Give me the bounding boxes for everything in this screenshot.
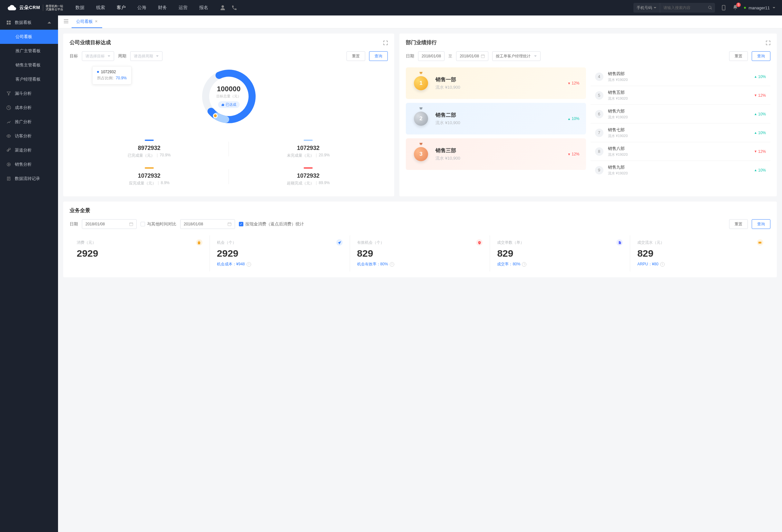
help-icon[interactable]: ? (247, 262, 251, 267)
sidebar-sub-0[interactable]: 公司看板 (0, 30, 58, 44)
sidebar-toggle[interactable] (61, 19, 72, 24)
query-button[interactable]: 查询 (752, 51, 771, 61)
nav-item-1[interactable]: 线索 (90, 0, 111, 15)
kpi-1: 机会（个）2929机会成本：¥948? (210, 235, 350, 272)
reset-button[interactable]: 重置 (729, 51, 748, 61)
expand-icon[interactable] (383, 41, 388, 45)
rank-number: 9 (595, 166, 603, 174)
kpi-label: 成交流水（元） (637, 240, 763, 245)
logo-subtitle: 教育机构一站 式服务云平台 (43, 4, 63, 11)
rank-row-4[interactable]: 4销售四部流水 ¥19020▲10% (591, 67, 771, 86)
chart-tooltip: 1072932 所占比例: 70.9% (92, 66, 132, 84)
kpi-sub: 机会成本：¥948? (217, 261, 343, 267)
search-input[interactable] (660, 5, 705, 10)
date-from[interactable]: 2018/01/08 (418, 51, 445, 61)
mobile-icon[interactable] (721, 5, 726, 11)
help-icon[interactable]: ? (660, 262, 665, 267)
kpi-4: 成交流水（元）829ARPU：¥80? (630, 235, 771, 272)
rank-number: 4 (595, 73, 603, 81)
sidebar-icon (6, 162, 11, 167)
kpi-label: 成交单数（单） (497, 240, 623, 245)
chevron-down-icon (156, 55, 159, 58)
compare-checkbox[interactable]: 与其他时间对比 (141, 221, 176, 227)
sidebar-icon (6, 119, 11, 124)
svg-point-9 (213, 114, 217, 118)
svg-rect-5 (9, 23, 11, 25)
reset-button[interactable]: 重置 (729, 219, 748, 229)
svg-rect-2 (7, 21, 8, 22)
reset-button[interactable]: 重置 (347, 51, 365, 61)
calendar-icon (481, 54, 485, 58)
medal-icon: 1 (412, 74, 430, 92)
nav-item-2[interactable]: 客户 (111, 0, 132, 15)
sidebar-item-6[interactable]: 数据流转记录 (0, 172, 58, 186)
date-label: 日期 (70, 221, 78, 227)
logo[interactable]: 云朵CRM 教育机构一站 式服务云平台 (6, 4, 63, 11)
cloud-icon (6, 4, 17, 11)
kpi-icon (336, 239, 343, 246)
help-icon[interactable]: ? (390, 262, 394, 267)
svg-rect-11 (130, 223, 133, 226)
search-type-select[interactable]: 手机号码 (633, 3, 660, 12)
nav-item-3[interactable]: 公海 (132, 0, 152, 15)
rank-number: 6 (595, 110, 603, 118)
rank-card-1[interactable]: 1销售一部流水 ¥10,900▼12% (406, 67, 586, 99)
close-icon[interactable]: ✕ (95, 19, 98, 24)
status-dot (744, 7, 746, 9)
nav-item-6[interactable]: 报名 (193, 0, 214, 15)
period-label: 周期 (118, 53, 127, 59)
rank-card-2[interactable]: 2销售二部流水 ¥10,900▲10% (406, 103, 586, 135)
sidebar-item-0[interactable]: 漏斗分析 (0, 86, 58, 101)
kpi-sub: 机会有效率：80%? (357, 261, 483, 267)
sidebar-item-1[interactable]: 成本分析 (0, 101, 58, 115)
user-menu[interactable]: manager11 (744, 5, 776, 10)
nav-item-5[interactable]: 运营 (173, 0, 193, 15)
rank-number: 8 (595, 147, 603, 156)
search-icon (708, 5, 712, 10)
sidebar-sub-3[interactable]: 客户经理看板 (0, 72, 58, 86)
compare-date[interactable]: 2018/01/08 (180, 219, 235, 229)
rank-row-5[interactable]: 5销售五部流水 ¥19020▼12% (591, 86, 771, 105)
rank-card-3[interactable]: 3销售三部流水 ¥10,900▼12% (406, 138, 586, 170)
sidebar-group-dashboard[interactable]: 数据看板 (0, 15, 58, 30)
help-icon[interactable]: ? (522, 262, 526, 267)
chevron-down-icon (653, 6, 656, 9)
sidebar-sub-1[interactable]: 推广主管看板 (0, 44, 58, 58)
rank-row-8[interactable]: 8销售八部流水 ¥19020▼12% (591, 142, 771, 161)
tab-company-dashboard[interactable]: 公司看板 ✕ (72, 16, 102, 28)
stat-mode-select[interactable]: 按工单客户经理统计 (492, 51, 540, 61)
overview-date[interactable]: 2018/01/08 (82, 219, 137, 229)
sidebar: 数据看板 公司看板推广主管看板销售主管看板客户经理看板 漏斗分析成本分析推广分析… (0, 15, 58, 282)
user-icon[interactable] (220, 5, 226, 11)
rank-row-7[interactable]: 7销售七部流水 ¥19020▲10% (591, 123, 771, 142)
expand-icon[interactable] (766, 41, 771, 45)
phone-icon[interactable] (232, 5, 237, 11)
rank-row-6[interactable]: 6销售六部流水 ¥19020▲10% (591, 105, 771, 123)
svg-rect-3 (9, 21, 11, 22)
sidebar-icon (6, 148, 11, 152)
nav-item-4[interactable]: 财务 (152, 0, 173, 15)
sidebar-item-2[interactable]: 推广分析 (0, 115, 58, 129)
target-select[interactable]: 请选择目标 (82, 51, 114, 61)
sidebar-item-3[interactable]: 访客分析 (0, 129, 58, 143)
sidebar-sub-2[interactable]: 销售主管看板 (0, 58, 58, 72)
query-button[interactable]: 查询 (752, 219, 771, 229)
period-select[interactable]: 请选择周期 (130, 51, 163, 61)
sidebar-item-4[interactable]: 渠道分析 (0, 143, 58, 157)
kpi-value: 829 (497, 248, 623, 259)
date-to[interactable]: 2018/01/08 (456, 51, 488, 61)
query-button[interactable]: 查询 (369, 51, 388, 61)
chevron-down-icon (107, 55, 111, 58)
donut-total: 100000 (216, 85, 241, 93)
search-button[interactable] (705, 3, 715, 12)
nav-item-0[interactable]: 数据 (70, 0, 90, 15)
notifications[interactable]: 5 (732, 4, 738, 11)
donut-label: 目标总量（元） (216, 94, 241, 99)
rank-row-9[interactable]: 9销售九部流水 ¥19020▲10% (591, 161, 771, 179)
sidebar-icon (6, 176, 11, 181)
sidebar-icon (6, 91, 11, 96)
sidebar-item-5[interactable]: 销售分析 (0, 157, 58, 172)
cash-checkbox[interactable]: 按现金消费（返点后消费）统计 (239, 221, 304, 227)
kpi-label: 消费（元） (77, 240, 203, 245)
kpi-value: 2929 (217, 248, 343, 259)
